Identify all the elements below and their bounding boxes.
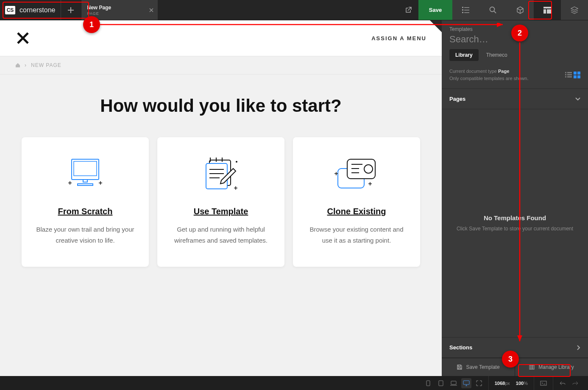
- home-icon[interactable]: [15, 63, 20, 68]
- redo-button[interactable]: [570, 378, 580, 388]
- svg-rect-28: [577, 75, 580, 78]
- svg-rect-36: [541, 381, 546, 385]
- mobile-icon: [426, 380, 430, 386]
- right-tool-tabs: [452, 0, 588, 20]
- document-tab[interactable]: New Page PAGE: [81, 0, 158, 20]
- plus-icon: [67, 7, 74, 14]
- svg-rect-35: [463, 381, 469, 384]
- card-desc: Get up and running with helpful wirefram…: [170, 224, 272, 246]
- tab-subtitle: PAGE: [87, 11, 152, 16]
- svg-rect-17: [347, 159, 375, 179]
- viewport-mobile-button[interactable]: [423, 378, 433, 388]
- breadcrumb-current: NEW PAGE: [31, 62, 61, 68]
- console-button[interactable]: [538, 378, 549, 388]
- undo-icon: [560, 381, 566, 386]
- sidebar-heading: Templates: [442, 20, 588, 34]
- chevron-right-icon: [577, 345, 580, 350]
- search-icon: [489, 6, 497, 14]
- svg-rect-24: [567, 76, 572, 77]
- close-tab-button[interactable]: [149, 8, 153, 12]
- svg-rect-31: [533, 365, 534, 369]
- canvas-width-value[interactable]: 1068px: [493, 381, 512, 386]
- viewport-laptop-button[interactable]: [449, 378, 459, 388]
- breadcrumb: › NEW PAGE: [0, 56, 442, 75]
- empty-desc: Click Save Template to store your curren…: [457, 225, 573, 232]
- svg-rect-12: [78, 184, 93, 185]
- svg-rect-7: [543, 7, 551, 8]
- list-view-icon: [565, 72, 572, 78]
- svg-rect-3: [464, 10, 469, 11]
- svg-rect-10: [72, 159, 99, 180]
- layers-panel-button[interactable]: [561, 0, 588, 20]
- viewport-full-button[interactable]: [474, 378, 484, 388]
- template-icon: [543, 6, 552, 14]
- save-icon: [457, 364, 463, 370]
- svg-rect-11: [74, 161, 97, 176]
- section-label: Pages: [449, 96, 465, 102]
- library-icon: [529, 364, 535, 370]
- card-use-template[interactable]: Use Template Get up and running with hel…: [157, 137, 284, 267]
- undo-button[interactable]: [557, 378, 568, 388]
- svg-rect-22: [567, 74, 572, 75]
- layers-icon: [571, 6, 578, 14]
- canvas-zoom-value[interactable]: 100%: [514, 381, 529, 386]
- external-link-button[interactable]: [398, 0, 418, 20]
- tab-themeco[interactable]: Themeco: [480, 49, 513, 61]
- start-options: From Scratch Blaze your own trail and br…: [17, 137, 425, 267]
- templates-sidebar: Templates Library Themeco Current docume…: [442, 20, 588, 376]
- elements-panel-button[interactable]: [507, 0, 534, 20]
- svg-rect-27: [574, 75, 577, 78]
- search-panel-button[interactable]: [479, 0, 507, 20]
- tab-library[interactable]: Library: [449, 49, 479, 61]
- manage-library-button[interactable]: Manage Library: [515, 358, 588, 376]
- svg-rect-8: [543, 9, 546, 14]
- templates-panel-button[interactable]: [534, 0, 561, 20]
- svg-rect-9: [547, 9, 551, 14]
- save-template-button[interactable]: Save Template: [442, 358, 515, 376]
- svg-rect-25: [574, 72, 577, 75]
- svg-rect-26: [577, 72, 580, 75]
- card-from-scratch[interactable]: From Scratch Blaze your own trail and br…: [22, 137, 149, 267]
- svg-rect-14: [206, 163, 227, 189]
- canvas: ASSIGN A MENU › NEW PAGE How would you l…: [0, 20, 442, 376]
- empty-state: No Templates Found Click Save Template t…: [442, 109, 588, 337]
- svg-rect-29: [529, 365, 531, 369]
- assign-menu-link[interactable]: ASSIGN A MENU: [371, 35, 426, 41]
- x-logo-icon: [17, 32, 29, 44]
- brand[interactable]: CS cornerstone: [0, 0, 61, 20]
- svg-rect-2: [462, 9, 463, 11]
- viewport-desktop-button[interactable]: [461, 378, 471, 388]
- svg-rect-0: [462, 7, 463, 8]
- brand-badge: CS: [5, 6, 15, 14]
- svg-rect-23: [565, 76, 566, 77]
- save-button[interactable]: Save: [418, 0, 452, 20]
- tab-title: New Page: [87, 5, 152, 11]
- save-label: Save: [429, 7, 442, 13]
- section-pages[interactable]: Pages: [442, 89, 588, 109]
- svg-point-6: [490, 7, 495, 11]
- cube-icon: [516, 6, 524, 14]
- clone-icon: [306, 154, 407, 196]
- svg-point-15: [236, 161, 237, 163]
- svg-rect-21: [565, 74, 566, 75]
- svg-rect-1: [464, 7, 469, 8]
- manage-library-label: Manage Library: [538, 364, 574, 370]
- card-title: Clone Existing: [306, 207, 407, 216]
- section-sections[interactable]: Sections: [442, 337, 588, 358]
- desktop-icon: [463, 380, 470, 386]
- card-title: From Scratch: [34, 207, 136, 216]
- new-tab-button[interactable]: [61, 0, 81, 20]
- outline-panel-button[interactable]: [452, 0, 479, 20]
- sidebar-info: Current document type Page Only compatib…: [449, 68, 528, 82]
- site-logo[interactable]: [15, 30, 31, 46]
- card-title: Use Template: [170, 207, 272, 216]
- viewport-tablet-button[interactable]: [436, 378, 446, 388]
- grid-view-button[interactable]: [574, 72, 580, 78]
- card-clone-existing[interactable]: Clone Existing Browse your existing cont…: [293, 137, 420, 267]
- list-view-button[interactable]: [565, 72, 572, 78]
- notepad-icon: [170, 154, 272, 196]
- corner-fold-icon[interactable]: [430, 20, 442, 32]
- list-icon: [462, 6, 470, 14]
- template-search-input[interactable]: [449, 34, 580, 45]
- bottom-bar: 1068px 100%: [0, 376, 588, 390]
